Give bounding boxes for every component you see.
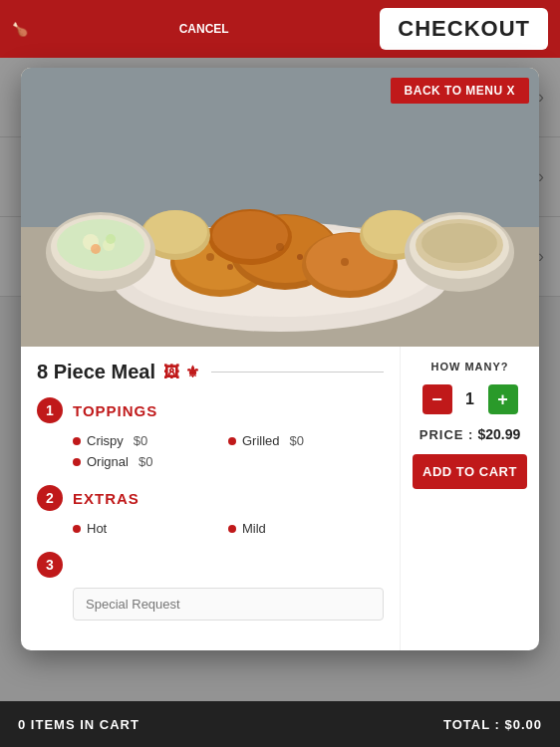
special-request-section: 3 [37, 552, 384, 621]
back-button[interactable]: 🍗 [12, 22, 28, 37]
extras-title: EXTRAS [73, 490, 140, 507]
svg-point-14 [276, 243, 284, 251]
svg-point-15 [297, 254, 303, 260]
leaf-icon: ⚜ [185, 363, 199, 381]
extras-options: Hot Mild [37, 521, 384, 536]
crispy-dot [73, 437, 81, 445]
grilled-label: Grilled [242, 433, 280, 448]
option-mild[interactable]: Mild [228, 521, 384, 536]
crispy-price: $0 [134, 433, 147, 448]
extras-section: 2 EXTRAS Hot Mild [37, 485, 384, 536]
orignal-dot [73, 458, 81, 466]
svg-point-13 [227, 264, 233, 270]
toppings-number: 1 [37, 397, 63, 423]
svg-point-23 [57, 219, 144, 271]
modal-overlay: BACK TO MENU X 8 Piece Meal 🖼 ⚜ [0, 58, 560, 701]
option-orignal[interactable]: Orignal $0 [73, 454, 228, 469]
price-value: $20.99 [477, 426, 520, 442]
crispy-label: Crispy [87, 433, 124, 448]
svg-point-26 [91, 244, 101, 254]
svg-point-27 [106, 234, 116, 244]
svg-point-31 [421, 223, 497, 263]
svg-point-16 [341, 258, 349, 266]
toppings-options: Crispy $0 Grilled $0 Orignal $0 [37, 433, 384, 469]
bottom-bar: 0 ITEMS IN CART TOTAL : $0.00 [0, 701, 560, 747]
mild-label: Mild [242, 521, 266, 536]
quantity-value: 1 [460, 390, 480, 408]
quantity-increase-button[interactable]: + [488, 384, 518, 414]
meal-icons: 🖼 ⚜ [163, 363, 199, 381]
option-hot[interactable]: Hot [73, 521, 228, 536]
add-to-cart-button[interactable]: ADD TO CART [413, 454, 527, 489]
orignal-label: Orignal [87, 454, 129, 469]
back-to-menu-button[interactable]: BACK TO MENU X [391, 78, 529, 104]
toppings-title: TOPPINGS [73, 402, 157, 419]
how-many-label: HOW MANY? [430, 361, 508, 373]
title-divider [211, 372, 384, 373]
cancel-button[interactable]: CANCEL [179, 22, 229, 36]
svg-point-12 [206, 253, 214, 261]
price-label: PRICE : [420, 427, 474, 442]
quantity-decrease-button[interactable]: − [422, 384, 452, 414]
grilled-price: $0 [290, 433, 304, 448]
cart-total-label: TOTAL : $0.00 [443, 717, 542, 732]
extras-header: 2 EXTRAS [37, 485, 384, 511]
special-request-header: 3 [37, 552, 384, 578]
toppings-section: 1 TOPPINGS Crispy $0 Grilled $0 [37, 397, 384, 469]
item-image: BACK TO MENU X [21, 68, 539, 347]
mild-dot [228, 525, 236, 533]
food-image-svg [21, 68, 539, 347]
price-row: PRICE : $20.99 [420, 426, 521, 442]
option-crispy[interactable]: Crispy $0 [73, 433, 228, 448]
top-bar: 🍗 CANCEL CHECKOUT [0, 0, 560, 58]
grilled-dot [228, 437, 236, 445]
special-request-input[interactable] [73, 588, 384, 621]
option-grilled[interactable]: Grilled $0 [228, 433, 384, 448]
edit-icon: 🖼 [163, 364, 179, 381]
toppings-header: 1 TOPPINGS [37, 397, 384, 423]
modal-body: 8 Piece Meal 🖼 ⚜ 1 TOPPINGS [21, 347, 539, 650]
orignal-price: $0 [139, 454, 152, 469]
hot-dot [73, 525, 81, 533]
modal-right-panel: HOW MANY? − 1 + PRICE : $20.99 ADD TO CA… [400, 347, 539, 650]
item-detail-modal: BACK TO MENU X 8 Piece Meal 🖼 ⚜ [21, 68, 539, 650]
checkout-button[interactable]: CHECKOUT [380, 8, 548, 50]
mascot-icon: 🍗 [12, 22, 28, 37]
svg-point-11 [212, 211, 288, 259]
meal-title: 8 Piece Meal 🖼 ⚜ [37, 361, 384, 383]
extras-number: 2 [37, 485, 63, 511]
modal-left-panel: 8 Piece Meal 🖼 ⚜ 1 TOPPINGS [21, 347, 400, 650]
quantity-control: − 1 + [422, 384, 518, 414]
special-request-number: 3 [37, 552, 63, 578]
hot-label: Hot [87, 521, 107, 536]
cart-count-label: 0 ITEMS IN CART [18, 717, 140, 732]
